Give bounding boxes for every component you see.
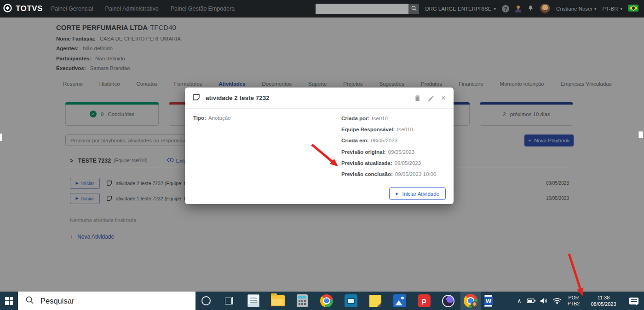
- nav-search-button[interactable]: [408, 4, 419, 14]
- top-navbar: TOTVS Painel Gerencial Painel Administra…: [0, 0, 644, 18]
- user-name: Cristiane Nosei: [556, 6, 592, 12]
- navbar-right: DRG LARGE ENTERPRISE ▾ ? Cristiane Nosei…: [316, 4, 644, 14]
- caret-down-icon: ▾: [620, 6, 622, 11]
- clock-time: 11:38: [583, 294, 624, 301]
- red-p-app[interactable]: ρ: [412, 292, 436, 310]
- locale-selector[interactable]: PT-BR ▾: [603, 6, 622, 12]
- battery-icon[interactable]: [525, 298, 537, 304]
- keyboard-layout: PTB2: [564, 301, 583, 307]
- notepad-app[interactable]: [241, 292, 265, 310]
- totvs-logo-icon: [3, 3, 12, 15]
- modal-footer: ▶ Iniciar Atividade: [185, 183, 454, 204]
- red-p-icon: ρ: [418, 294, 431, 307]
- wifi-icon[interactable]: [550, 298, 564, 304]
- notepad-icon: [247, 294, 259, 307]
- chrome-profile-app-active[interactable]: [460, 292, 481, 310]
- calculator-app[interactable]: [290, 292, 314, 310]
- close-icon[interactable]: ×: [441, 94, 446, 102]
- edge-artifact-right: [638, 131, 643, 138]
- speaker-icon[interactable]: [537, 298, 550, 304]
- taskbar-search[interactable]: Pesquisar: [18, 292, 196, 310]
- iniciar-atividade-button[interactable]: ▶ Iniciar Atividade: [389, 187, 446, 200]
- search-icon: [411, 6, 417, 12]
- purple-circle-icon: [442, 295, 454, 307]
- edge-artifact-left: [0, 134, 2, 141]
- nav-search-input[interactable]: [316, 4, 408, 14]
- photos-app[interactable]: [387, 292, 412, 310]
- profile-avatar-icon: [471, 301, 478, 308]
- iniciar-atividade-label: Iniciar Atividade: [402, 191, 439, 197]
- windows-taskbar: Pesquisar ρ W ∧ POR PTB2: [0, 292, 644, 310]
- photos-icon: [393, 294, 406, 307]
- modal-details: Criada por:tse010 Equipe Responsável:tse…: [341, 113, 436, 180]
- brand-name: TOTVS: [16, 4, 43, 13]
- detail-criada-por: Criada por:tse010: [341, 113, 436, 124]
- clock-date: 08/05/2023: [583, 301, 624, 307]
- detail-previsao-atualizada: Previsão atualizada:09/05/2023: [341, 158, 436, 169]
- modal-header: atividade 2 teste 7232 ×: [185, 88, 454, 109]
- navbar-menu: Painel Gerencial Painel Administrativo P…: [51, 6, 235, 12]
- delete-icon[interactable]: [414, 95, 420, 101]
- user-avatar[interactable]: [540, 4, 550, 14]
- notification-icon: [629, 298, 638, 304]
- org-selector[interactable]: DRG LARGE ENTERPRISE ▾: [425, 6, 496, 12]
- chrome-icon: [320, 294, 333, 307]
- totvs-logo[interactable]: TOTVS: [3, 3, 43, 15]
- menu-painel-administrativo[interactable]: Painel Administrativo: [105, 6, 159, 12]
- taskbar-search-placeholder: Pesquisar: [40, 297, 74, 305]
- caret-down-icon: ▾: [494, 6, 496, 11]
- activity-detail-modal: atividade 2 teste 7232 × Tipo:Anotação C…: [185, 88, 454, 204]
- menu-painel-gerencial[interactable]: Painel Gerencial: [51, 6, 93, 12]
- purple-browser-app[interactable]: [436, 292, 460, 310]
- word-app[interactable]: W: [481, 292, 502, 310]
- detail-criada-em: Criada em:08/05/2023: [341, 135, 436, 146]
- language-code: POR: [564, 295, 583, 301]
- taskbar-clock[interactable]: 11:38 08/05/2023: [583, 294, 624, 307]
- task-view-button[interactable]: [217, 292, 241, 310]
- user-menu[interactable]: Cristiane Nosei ▾: [556, 6, 597, 12]
- menu-painel-gestao-empodera[interactable]: Painel Gestão Empodera: [171, 6, 235, 12]
- file-explorer-app[interactable]: [265, 292, 290, 310]
- cortana-button[interactable]: [196, 292, 217, 310]
- folder-icon: [271, 295, 285, 306]
- help-icon[interactable]: ?: [502, 5, 509, 12]
- caret-down-icon: ▾: [594, 6, 597, 11]
- windows-logo-icon: [5, 297, 13, 305]
- tray-chevron-icon[interactable]: ∧: [513, 298, 525, 304]
- edit-icon[interactable]: [428, 95, 434, 101]
- modal-tools: ×: [414, 94, 446, 102]
- play-icon: ▶: [396, 192, 398, 196]
- detail-equipe-responsavel: Equipe Responsável:tse010: [341, 124, 436, 135]
- system-tray: ∧ POR PTB2 11:38 08/05/2023: [513, 292, 644, 310]
- remote-desktop-app[interactable]: [339, 292, 363, 310]
- modal-body: Tipo:Anotação Criada por:tse010 Equipe R…: [185, 109, 454, 183]
- start-button[interactable]: [0, 292, 18, 310]
- note-icon: [193, 94, 200, 103]
- cortana-icon: [201, 296, 211, 305]
- sticky-notes-app[interactable]: [363, 292, 387, 310]
- chrome-profile-icon: [464, 294, 477, 308]
- person-icon[interactable]: [515, 6, 521, 12]
- brazil-flag-icon: [628, 5, 638, 13]
- chrome-app[interactable]: [314, 292, 339, 310]
- calculator-icon: [297, 294, 308, 307]
- navbar-search: [316, 4, 419, 14]
- remote-desktop-icon: [345, 294, 357, 307]
- action-center-button[interactable]: [624, 298, 644, 304]
- sticky-notes-icon: [369, 295, 381, 307]
- tipo-field: Tipo:Anotação: [193, 115, 231, 121]
- locale-label: PT-BR: [603, 6, 618, 12]
- org-selector-label: DRG LARGE ENTERPRISE: [425, 6, 491, 12]
- detail-previsao-original: Previsão original:09/05/2023: [341, 146, 436, 158]
- detail-previsao-conclusao: Previsão conclusão:09/05/2023 10:00: [341, 169, 436, 180]
- word-icon: W: [484, 294, 498, 307]
- bell-icon[interactable]: [527, 5, 534, 13]
- task-view-icon: [225, 297, 233, 304]
- language-indicator[interactable]: POR PTB2: [564, 295, 583, 307]
- search-icon: [25, 296, 34, 306]
- modal-title: atividade 2 teste 7232: [206, 94, 270, 101]
